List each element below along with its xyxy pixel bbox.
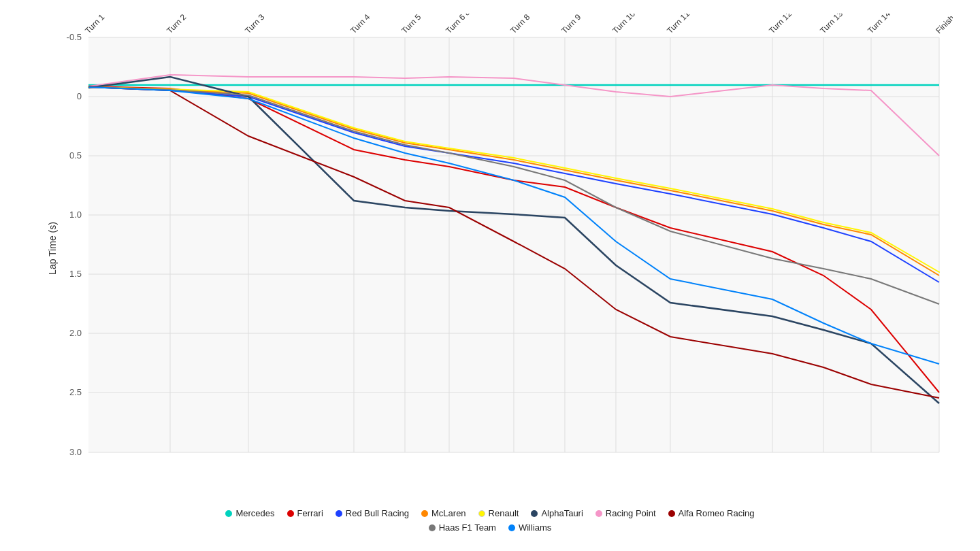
mclaren-label: McLaren [431,508,466,518]
svg-text:0.5: 0.5 [69,150,82,161]
svg-text:Turn 6 & 7: Turn 6 & 7 [444,14,477,35]
alfaromeo-label: Alfa Romeo Racing [679,508,755,518]
svg-text:Turn 8: Turn 8 [508,14,532,35]
svg-text:Turn 14: Turn 14 [866,14,892,35]
chart-legend: Mercedes Ferrari Red Bull Racing McLaren… [0,490,980,551]
mercedes-dot [225,510,232,517]
svg-text:Turn 5: Turn 5 [399,14,423,35]
svg-text:Turn 9: Turn 9 [559,14,583,35]
svg-text:1.5: 1.5 [69,269,82,279]
legend-item-mclaren: McLaren [421,508,466,518]
legend-item-redbull: Red Bull Racing [336,508,409,518]
haas-label: Haas F1 Team [439,522,496,533]
legend-row-2: Haas F1 Team Williams [429,522,552,533]
svg-text:Turn 4: Turn 4 [348,14,372,35]
mercedes-label: Mercedes [235,508,274,518]
svg-text:Turn 10: Turn 10 [610,14,637,35]
alphatauri-dot [531,510,538,517]
ferrari-label: Ferrari [297,508,323,518]
mclaren-dot [421,510,428,517]
legend-item-alphatauri: AlphaTauri [531,508,583,518]
racingpoint-label: Racing Point [606,508,656,518]
legend-item-mercedes: Mercedes [225,508,274,518]
alphatauri-label: AlphaTauri [541,508,583,518]
svg-text:Lap Time (s): Lap Time (s) [48,222,58,275]
svg-text:1.0: 1.0 [69,210,82,220]
chart-container: -0.5 0 0.5 1.0 1.5 2.0 2.5 3.0 Lap Time … [0,0,980,551]
legend-item-racingpoint: Racing Point [595,508,656,518]
svg-text:3.0: 3.0 [69,447,82,457]
renault-dot [478,510,485,517]
svg-text:-0.5: -0.5 [67,32,82,42]
svg-text:Turn 3: Turn 3 [243,14,266,35]
svg-text:Turn 11: Turn 11 [665,14,691,35]
svg-text:Turn 1: Turn 1 [83,14,106,35]
legend-row-1: Mercedes Ferrari Red Bull Racing McLaren… [225,508,754,518]
svg-text:Turn 12: Turn 12 [767,14,794,35]
svg-text:Turn 13: Turn 13 [818,14,845,35]
svg-text:Finish Line: Finish Line [934,14,953,35]
redbull-dot [336,510,342,517]
svg-text:0: 0 [77,91,82,101]
legend-item-renault: Renault [478,508,519,518]
ferrari-dot [287,510,294,517]
williams-dot [508,524,515,531]
legend-item-alfaromeo: Alfa Romeo Racing [668,508,755,518]
haas-dot [429,524,436,531]
svg-text:2.0: 2.0 [69,328,82,338]
svg-text:Turn 2: Turn 2 [165,14,188,35]
racingpoint-dot [595,510,602,517]
alfaromeo-dot [668,510,675,517]
renault-label: Renault [489,508,519,518]
main-svg: -0.5 0 0.5 1.0 1.5 2.0 2.5 3.0 Lap Time … [48,14,953,483]
redbull-label: Red Bull Racing [346,508,409,518]
legend-item-ferrari: Ferrari [287,508,323,518]
legend-item-haas: Haas F1 Team [429,522,496,533]
legend-item-williams: Williams [508,522,551,533]
williams-label: Williams [519,522,551,533]
svg-text:2.5: 2.5 [69,387,82,397]
chart-area: -0.5 0 0.5 1.0 1.5 2.0 2.5 3.0 Lap Time … [48,14,953,483]
